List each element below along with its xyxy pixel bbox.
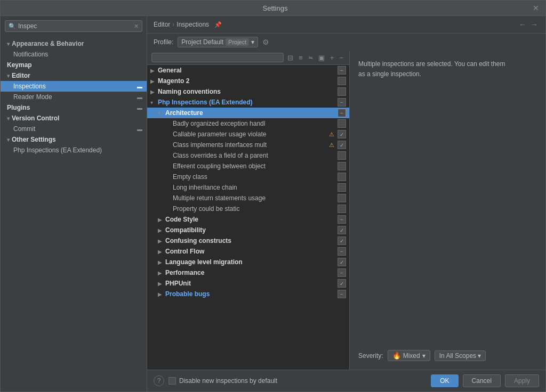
insp-item-arch[interactable]: ▾ Architecture − (147, 108, 349, 118)
sidebar-item-commit[interactable]: Commit ▬ (1, 124, 147, 134)
fire-icon: 🔥 (392, 352, 401, 360)
scope-value: In All Scopes (439, 352, 476, 360)
insp-check[interactable] (338, 183, 346, 192)
group-button[interactable]: ▣ (317, 53, 326, 62)
disable-inspections-checkbox[interactable] (168, 377, 176, 385)
pin-icon[interactable]: 📌 (214, 21, 222, 28)
scope-dropdown[interactable]: In All Scopes ▾ (435, 350, 486, 361)
insp-item-callable[interactable]: Callable parameter usage violate ⚠ ✓ (147, 129, 349, 140)
dialog-body: 🔍 ✕ ▾ Appearance & Behavior Notification… (1, 16, 545, 391)
expand-icon: ▾ (7, 41, 10, 47)
sidebar: 🔍 ✕ ▾ Appearance & Behavior Notification… (1, 16, 147, 391)
insp-check[interactable]: − (338, 66, 346, 75)
sidebar-item-keymap[interactable]: Keymap (1, 60, 147, 70)
expand-icon: ▶ (158, 270, 165, 276)
expand-all-button[interactable]: ≡ (297, 53, 304, 62)
sidebar-item-label: Notifications (13, 51, 48, 58)
insp-check[interactable] (338, 119, 346, 128)
search-box: 🔍 ✕ (5, 20, 142, 32)
insp-check[interactable]: ✓ (338, 279, 346, 288)
insp-check[interactable]: − (338, 98, 346, 107)
insp-item-probable[interactable]: ▶ Probable bugs − (147, 289, 349, 299)
insp-item-general[interactable]: ▶ General − (147, 65, 349, 76)
sidebar-item-editor[interactable]: ▾ Editor (1, 70, 147, 81)
pin-icon: ▬ (137, 126, 142, 132)
help-button[interactable]: ? (154, 375, 164, 386)
profile-bar: Profile: Project Default Project ▾ ⚙ (147, 34, 545, 51)
ok-button[interactable]: OK (431, 374, 458, 387)
insp-check[interactable]: ✓ (338, 130, 346, 138)
insp-check[interactable] (338, 194, 346, 202)
right-panel: Multiple inspections are selected. You c… (350, 51, 545, 370)
bottom-right: OK Cancel Apply (431, 374, 539, 387)
insp-item-performance[interactable]: ▶ Performance − (147, 267, 349, 278)
close-button[interactable]: ✕ (533, 4, 539, 12)
insp-item-controlflow[interactable]: ▶ Control Flow − (147, 246, 349, 257)
search-clear-icon[interactable]: ✕ (134, 23, 139, 30)
insp-item-magento2[interactable]: ▶ Magento 2 (147, 76, 349, 86)
gear-icon[interactable]: ⚙ (262, 38, 269, 46)
breadcrumb-inspections: Inspections (176, 21, 209, 28)
insp-check[interactable]: ✓ (338, 258, 346, 266)
insp-item-empty[interactable]: Empty class (147, 172, 349, 182)
dropdown-arrow: ▾ (422, 352, 425, 360)
pin-icon: ▬ (137, 105, 142, 111)
insp-label: Multiple return statements usage (173, 194, 335, 202)
breadcrumb-editor: Editor (154, 21, 170, 28)
insp-item-badly[interactable]: Badly organized exception handl (147, 118, 349, 129)
sidebar-item-version-control[interactable]: ▾ Version Control (1, 113, 147, 124)
insp-check[interactable] (338, 173, 346, 181)
sidebar-item-plugins[interactable]: Plugins ▬ (1, 102, 147, 113)
profile-select[interactable]: Project Default Project ▾ (178, 37, 258, 47)
add-button[interactable]: + (328, 53, 336, 62)
insp-check[interactable] (338, 151, 346, 160)
insp-check[interactable]: ✓ (338, 236, 346, 245)
insp-item-multiple[interactable]: Multiple return statements usage (147, 193, 349, 203)
insp-item-php-ext[interactable]: ▾ Php Inspections (EA Extended) − (147, 97, 349, 108)
sidebar-item-appearance[interactable]: ▾ Appearance & Behavior (1, 38, 147, 49)
insp-check[interactable]: − (338, 109, 346, 117)
collapse-all-button[interactable]: ≒ (307, 54, 315, 62)
expand-icon: ▶ (150, 89, 158, 95)
insp-check[interactable] (338, 205, 346, 213)
nav-back-button[interactable]: ← (518, 20, 527, 29)
insp-check[interactable]: − (338, 247, 346, 256)
list-search-input[interactable] (151, 53, 284, 62)
insp-check[interactable] (338, 77, 346, 85)
insp-item-phpunit[interactable]: ▶ PHPUnit ✓ (147, 278, 349, 289)
sidebar-item-inspections[interactable]: Inspections ▬ (1, 81, 147, 92)
expand-icon: ▶ (150, 68, 158, 74)
insp-item-longinh[interactable]: Long inheritance chain (147, 182, 349, 193)
insp-check[interactable] (338, 87, 346, 96)
insp-item-classimpl[interactable]: Class implements interfaces mult ⚠ ✓ (147, 140, 349, 150)
insp-check[interactable]: ✓ (338, 226, 346, 234)
insp-check[interactable]: − (338, 268, 346, 277)
insp-item-property[interactable]: Property could be static (147, 203, 349, 214)
insp-item-compat[interactable]: ▶ Compatibility ✓ (147, 225, 349, 235)
search-input[interactable] (18, 22, 134, 30)
remove-button[interactable]: − (338, 53, 345, 62)
insp-item-confusing[interactable]: ▶ Confusing constructs ✓ (147, 235, 349, 246)
insp-check[interactable]: − (338, 290, 346, 298)
insp-check[interactable]: − (338, 215, 346, 224)
sidebar-item-notifications[interactable]: Notifications (1, 49, 147, 60)
sidebar-item-other-settings[interactable]: ▾ Other Settings (1, 134, 147, 145)
nav-forward-button[interactable]: → (529, 20, 539, 29)
severity-dropdown[interactable]: 🔥 Mixed ▾ (388, 350, 430, 361)
cancel-button[interactable]: Cancel (463, 374, 501, 387)
insp-label: Naming conventions (158, 88, 335, 95)
insp-item-classover[interactable]: Class overrides a field of a parent (147, 150, 349, 161)
insp-item-language[interactable]: ▶ Language level migration ✓ (147, 257, 349, 267)
sidebar-item-php-inspections[interactable]: Php Inspections (EA Extended) (1, 145, 147, 156)
insp-check[interactable] (338, 162, 346, 170)
insp-item-naming[interactable]: ▶ Naming conventions (147, 86, 349, 97)
insp-check[interactable]: ✓ (338, 141, 346, 149)
filter-button[interactable]: ⊟ (286, 53, 295, 62)
sidebar-item-reader-mode[interactable]: Reader Mode ▬ (1, 92, 147, 102)
insp-label: Magento 2 (158, 77, 335, 85)
insp-item-efferent[interactable]: Efferent coupling between object (147, 161, 349, 172)
content-area: ⊟ ≡ ≒ ▣ + − ▶ General − (147, 51, 545, 370)
apply-button[interactable]: Apply (505, 374, 539, 387)
disable-inspections-checkbox-row[interactable]: Disable new inspections by default (168, 377, 277, 385)
insp-item-codestyle[interactable]: ▶ Code Style − (147, 214, 349, 225)
